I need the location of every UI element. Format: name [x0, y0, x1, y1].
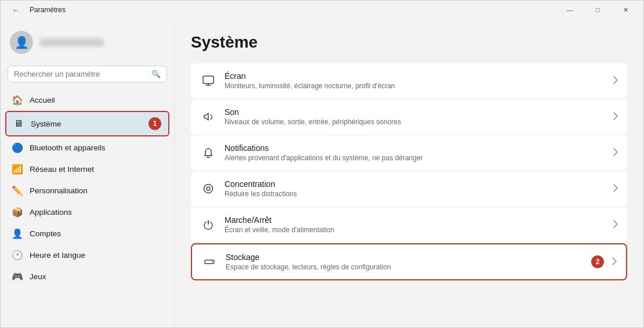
setting-item-notifications[interactable]: NotificationsAlertes provenant d'applica… [191, 135, 627, 170]
heure-icon: 🕐 [12, 250, 23, 260]
concentration-desc: Réduire les distractions [225, 190, 605, 198]
setting-item-stockage[interactable]: StockageEspace de stockage, lecteurs, rè… [191, 243, 627, 280]
svg-rect-0 [203, 76, 214, 84]
concentration-chevron-icon [613, 184, 618, 194]
main-panel: Système ÉcranMoniteurs, luminosité, écla… [175, 19, 643, 327]
applications-icon: 📦 [12, 207, 23, 217]
sidebar-item-systeme[interactable]: 🖥Système1 [5, 111, 169, 136]
sidebar-item-applications[interactable]: 📦Applications [5, 201, 169, 222]
sidebar-item-bluetooth[interactable]: 🔵Bluetooth et appareils [5, 137, 169, 158]
sidebar-item-label-comptes: Comptes [30, 229, 61, 238]
concentration-title: Concentration [225, 179, 605, 189]
user-icon: 👤 [15, 35, 29, 49]
sidebar-item-label-systeme: Système [31, 120, 61, 128]
accueil-icon: 🏠 [12, 95, 23, 105]
stockage-title: Stockage [226, 253, 583, 262]
sidebar: 👤 🔍 🏠Accueil🖥Système1🔵Bluetooth et appar… [1, 19, 175, 327]
back-button[interactable]: ← [8, 2, 24, 18]
ecran-icon [200, 73, 216, 89]
svg-point-1 [204, 185, 213, 193]
svg-point-2 [207, 187, 210, 190]
search-box[interactable]: 🔍 [8, 66, 167, 82]
reseau-icon: 📶 [12, 164, 23, 174]
user-section: 👤 [1, 24, 174, 63]
sidebar-item-label-reseau: Réseau et Internet [30, 165, 94, 174]
son-chevron-icon [613, 112, 618, 122]
setting-item-marche-arret[interactable]: Marche/ArrêtÉcran et veille, mode d'alim… [191, 207, 627, 242]
search-input[interactable] [14, 70, 148, 78]
son-icon [200, 109, 216, 125]
sidebar-item-accueil[interactable]: 🏠Accueil [5, 89, 169, 110]
stockage-desc: Espace de stockage, lecteurs, règles de … [226, 263, 583, 271]
notifications-icon [200, 145, 216, 161]
notifications-text: NotificationsAlertes provenant d'applica… [225, 143, 605, 162]
page-title: Système [191, 33, 627, 52]
nav-items: 🏠Accueil🖥Système1🔵Bluetooth et appareils… [1, 89, 174, 287]
setting-item-son[interactable]: SonNiveaux de volume, sortie, entrée, pé… [191, 99, 627, 134]
son-desc: Niveaux de volume, sortie, entrée, périp… [225, 118, 605, 126]
sidebar-item-jeux[interactable]: 🎮Jeux [5, 266, 169, 287]
sidebar-item-label-accueil: Accueil [30, 96, 55, 104]
titlebar: ← Paramètres — □ ✕ [1, 1, 643, 19]
systeme-icon: 🖥 [13, 118, 24, 129]
bluetooth-icon: 🔵 [12, 142, 23, 153]
son-text: SonNiveaux de volume, sortie, entrée, pé… [225, 107, 605, 126]
notifications-desc: Alertes provenant d'applications et du s… [225, 154, 605, 162]
sidebar-item-personnalisation[interactable]: ✏️Personnalisation [5, 180, 169, 201]
sidebar-item-label-applications: Applications [30, 208, 72, 217]
settings-list: ÉcranMoniteurs, luminosité, éclairage no… [191, 63, 627, 280]
avatar: 👤 [10, 31, 33, 54]
notifications-chevron-icon [613, 148, 618, 158]
marche-arret-chevron-icon [613, 220, 618, 230]
step-badge-systeme: 1 [149, 117, 161, 130]
ecran-desc: Moniteurs, luminosité, éclairage nocturn… [225, 82, 605, 90]
marche-arret-desc: Écran et veille, mode d'alimentation [225, 226, 605, 234]
stockage-text: StockageEspace de stockage, lecteurs, rè… [226, 253, 583, 271]
concentration-text: ConcentrationRéduire les distractions [225, 179, 605, 198]
setting-item-ecran[interactable]: ÉcranMoniteurs, luminosité, éclairage no… [191, 63, 627, 98]
marche-arret-text: Marche/ArrêtÉcran et veille, mode d'alim… [225, 215, 605, 234]
setting-item-concentration[interactable]: ConcentrationRéduire les distractions [191, 171, 627, 206]
ecran-chevron-icon [613, 76, 618, 86]
titlebar-left: ← Paramètres [8, 2, 66, 18]
stockage-chevron-icon [612, 257, 617, 267]
step-badge-stockage: 2 [591, 255, 604, 268]
jeux-icon: 🎮 [12, 271, 23, 282]
sidebar-item-label-personnalisation: Personnalisation [30, 186, 88, 195]
ecran-text: ÉcranMoniteurs, luminosité, éclairage no… [225, 71, 605, 90]
sidebar-item-label-heure: Heure et langue [30, 251, 85, 259]
maximize-button[interactable]: □ [584, 1, 611, 19]
comptes-icon: 👤 [12, 228, 23, 239]
window-title: Paramètres [30, 6, 66, 14]
personnalisation-icon: ✏️ [12, 185, 23, 196]
svg-point-4 [212, 261, 213, 262]
ecran-title: Écran [225, 71, 605, 81]
close-button[interactable]: ✕ [612, 1, 639, 19]
notifications-title: Notifications [225, 143, 605, 153]
sidebar-item-label-jeux: Jeux [30, 272, 46, 281]
son-title: Son [225, 107, 605, 117]
window: ← Paramètres — □ ✕ 👤 🔍 🏠Accueil🖥Système [0, 0, 644, 328]
window-controls: — □ ✕ [556, 1, 639, 19]
sidebar-item-label-bluetooth: Bluetooth et appareils [30, 143, 106, 152]
marche-arret-title: Marche/Arrêt [225, 215, 605, 225]
username-display [40, 38, 104, 46]
content-area: 👤 🔍 🏠Accueil🖥Système1🔵Bluetooth et appar… [1, 19, 643, 327]
minimize-button[interactable]: — [556, 1, 583, 19]
sidebar-item-heure[interactable]: 🕐Heure et langue [5, 244, 169, 265]
sidebar-item-comptes[interactable]: 👤Comptes [5, 223, 169, 244]
marche-arret-icon [200, 217, 216, 233]
search-icon: 🔍 [151, 70, 161, 78]
sidebar-item-reseau[interactable]: 📶Réseau et Internet [5, 158, 169, 179]
concentration-icon [200, 181, 216, 197]
stockage-icon [201, 254, 218, 270]
